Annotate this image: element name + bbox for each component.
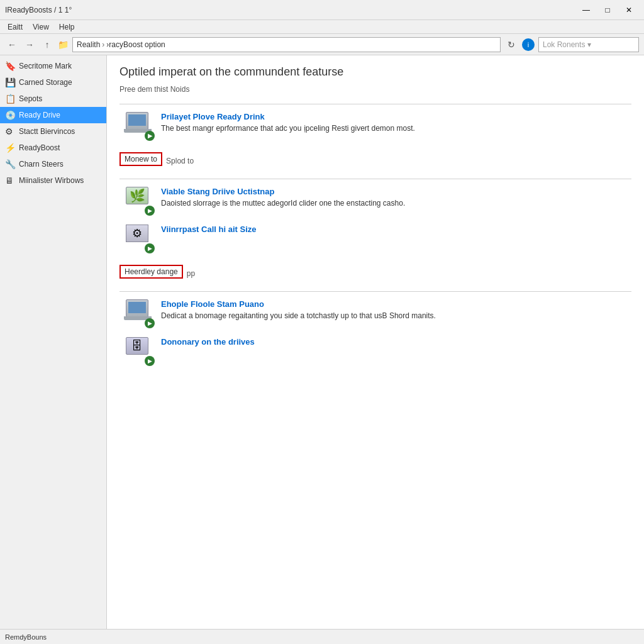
status-text: RemdyBouns (5, 633, 47, 641)
sidebar: 🔖 Secritome Mark 💾 Carned Storage 📋 Sepo… (0, 55, 107, 629)
section3-divider (119, 291, 631, 292)
sidebar-label-miinalister: Miinalister Wirbows (19, 176, 84, 185)
laptop-screen-4 (128, 302, 146, 313)
content-area: Optiled imperat on the commundent featur… (107, 55, 644, 629)
status-bar: RemdyBouns (0, 629, 644, 644)
category-suffix-1: Splod to (166, 157, 194, 165)
sidebar-label-readyboost: ReadyBoost (19, 143, 60, 152)
sidebar-label-caned-storage: Carned Storage (19, 78, 72, 87)
menu-bar: Eaitt View Help (0, 20, 644, 34)
feature-item-3: ⚙ ▶ Viinrrpast Call hi ait Size (126, 225, 631, 252)
gear-shape: ⚙ (126, 225, 148, 242)
category-label-monew: Monew to (119, 152, 162, 166)
feature-title-4[interactable]: Ehople Floole Stam Puano (161, 299, 436, 309)
sidebar-label-charn-steers: Charn Steers (19, 160, 64, 169)
menu-help[interactable]: Help (54, 21, 80, 33)
feature-text-4: Ehople Floole Stam Puano Dedicat a bnoma… (161, 299, 436, 321)
path-part-1: Realith (77, 40, 100, 49)
sidebar-item-stactt[interactable]: ⚙ Stactt Biervincos (0, 123, 106, 140)
back-button[interactable]: ← (5, 38, 19, 52)
forward-button[interactable]: → (23, 38, 36, 52)
sidebar-label-ready-drive: Ready Drive (19, 111, 60, 119)
feature-item-4: ▶ Ehople Floole Stam Puano Dedicat a bno… (126, 299, 631, 327)
category-label-heerdley: Heerdley dange (119, 265, 183, 279)
feature-text-1: Prilaуet Plove Ready Drink The best mang… (161, 112, 415, 134)
sidebar-item-caned-storage[interactable]: 💾 Carned Storage (0, 74, 106, 91)
laptop-shape-4 (126, 299, 148, 317)
category-row-2: Heerdley dange pp (119, 262, 631, 285)
folder-icon: 📁 (58, 40, 69, 50)
search-label: Lok Ronents ▾ (543, 40, 591, 49)
feature-icon-2: 🌿 ▶ (126, 187, 153, 214)
caned-storage-icon: 💾 (5, 77, 16, 87)
feature-desc-4: Dedicat a bnomage regaitanting you side … (161, 311, 436, 321)
window-title: IReadyBoosts / 1 1° (5, 6, 72, 14)
feature-icon-4: ▶ (126, 299, 153, 327)
drive-shape-2: 🌿 (126, 187, 148, 204)
feature-icon-1: ▶ (126, 112, 153, 140)
badge-2: ▶ (145, 206, 155, 216)
badge-3: ▶ (145, 243, 155, 253)
sidebar-label-sepots: Sepots (19, 94, 42, 103)
stactt-icon: ⚙ (5, 126, 16, 136)
feature-text-3: Viinrrpast Call hi ait Size (161, 225, 256, 236)
feature-title-3[interactable]: Viinrrpast Call hi ait Size (161, 225, 256, 234)
feature-desc-2: Daoisted slorrage is the muttec adegorId… (161, 198, 405, 209)
close-button[interactable]: ✕ (619, 4, 639, 16)
badge-1: ▶ (145, 131, 155, 141)
window-controls: — □ ✕ (576, 4, 639, 16)
feature-desc-1: The best mangr eprformance that adc you … (161, 123, 415, 134)
feature-item-5: 🗄 ▶ Dononary on the driives (126, 337, 631, 365)
minimize-button[interactable]: — (576, 4, 596, 16)
path-separator-1: › (102, 40, 104, 49)
sepots-icon: 📋 (5, 94, 16, 104)
section1-divider (119, 104, 631, 104)
up-button[interactable]: ↑ (40, 38, 54, 52)
ready-drive-icon: 💿 (5, 110, 16, 120)
feature-text-5: Dononary on the driives (161, 337, 255, 348)
feature-item-1: ▶ Prilaуet Plove Ready Drink The best ma… (126, 112, 631, 140)
server-shape: 🗄 (126, 337, 148, 355)
miinalister-icon: 🖥 (5, 175, 16, 186)
sidebar-label-section-mark: Secritome Mark (19, 62, 72, 70)
feature-item-2: 🌿 ▶ Viable Stang Driive Uctistnap Daoist… (126, 187, 631, 214)
menu-view[interactable]: View (28, 21, 54, 33)
section-mark-icon: 🔖 (5, 61, 16, 71)
feature-text-2: Viable Stang Driive Uctistnap Daoisted s… (161, 187, 405, 209)
readyboost-icon: ⚡ (5, 143, 16, 153)
charn-steers-icon: 🔧 (5, 159, 16, 169)
path-part-3: racyBoost option (109, 40, 165, 49)
menu-eaitt[interactable]: Eaitt (3, 21, 28, 33)
feature-title-1[interactable]: Prilaуet Plove Ready Drink (161, 112, 415, 121)
laptop-shape (126, 112, 148, 130)
badge-4: ▶ (145, 318, 155, 328)
address-path[interactable]: Realith › › racyBoost option (72, 37, 501, 52)
refresh-button[interactable]: ↻ (504, 38, 518, 52)
sidebar-item-ready-drive[interactable]: 💿 Ready Drive (0, 107, 106, 123)
badge-5: ▶ (145, 356, 155, 366)
section1-header: Pree dem thist Noids (119, 85, 631, 96)
sidebar-item-charn-steers[interactable]: 🔧 Charn Steers (0, 156, 106, 172)
sidebar-item-miinalister[interactable]: 🖥 Miinalister Wirbows (0, 172, 106, 189)
sidebar-item-sepots[interactable]: 📋 Sepots (0, 91, 106, 107)
sidebar-item-section-mark[interactable]: 🔖 Secritome Mark (0, 58, 106, 74)
sidebar-item-readyboost[interactable]: ⚡ ReadyBoost (0, 140, 106, 156)
section2-divider-top (119, 179, 631, 179)
feature-title-2[interactable]: Viable Stang Driive Uctistnap (161, 187, 405, 196)
category-suffix-2: pp (187, 269, 195, 278)
info-icon: i (522, 38, 535, 51)
laptop-screen (128, 114, 146, 126)
category-row-1: Monew to Splod to (119, 150, 631, 172)
feature-icon-3: ⚙ ▶ (126, 225, 153, 252)
maximize-button[interactable]: □ (597, 4, 618, 16)
address-bar: ← → ↑ 📁 Realith › › racyBoost option ↻ i… (0, 34, 644, 55)
title-bar: IReadyBoosts / 1 1° — □ ✕ (0, 0, 644, 20)
search-box[interactable]: Lok Ronents ▾ (538, 37, 639, 52)
sidebar-label-stactt: Stactt Biervincos (19, 127, 75, 136)
page-title: Optiled imperat on the commundent featur… (119, 65, 631, 79)
feature-title-5[interactable]: Dononary on the driives (161, 337, 255, 347)
feature-icon-5: 🗄 ▶ (126, 337, 153, 365)
main-layout: 🔖 Secritome Mark 💾 Carned Storage 📋 Sepo… (0, 55, 644, 629)
